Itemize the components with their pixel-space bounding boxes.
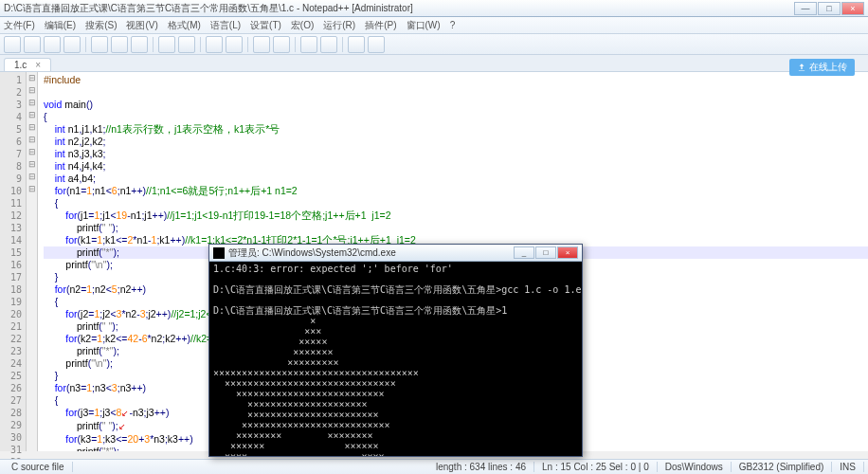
minimize-button[interactable]: — bbox=[794, 2, 817, 15]
code-line[interactable]: for(n2=1;n2<5;n2++) bbox=[44, 283, 146, 295]
tab-close-icon[interactable]: × bbox=[35, 60, 41, 70]
menubar: 文件(F)编辑(E)搜索(S)视图(V)格式(M)语言(L)设置(T)宏(O)运… bbox=[0, 17, 868, 34]
status-insert-mode: INS bbox=[832, 462, 864, 472]
menu-item[interactable]: 宏(O) bbox=[291, 19, 314, 32]
cmd-title: 管理员: C:\Windows\System32\cmd.exe bbox=[228, 246, 514, 260]
menu-item[interactable]: 视图(V) bbox=[126, 19, 157, 32]
replace-button[interactable] bbox=[226, 36, 243, 53]
window-title: D:\C语言直播回放正式课\C语言第三节C语言三个常用函数\五角星\1.c - … bbox=[4, 2, 794, 15]
status-position: Ln : 15 Col : 25 Sel : 0 | 0 bbox=[534, 462, 658, 472]
cmd-maximize-button[interactable]: □ bbox=[535, 246, 556, 259]
code-line[interactable]: printf(" "); bbox=[44, 320, 118, 332]
fold-gutter: ⊟⊟ ⊟⊟ ⊟⊟ ⊟⊟ ⊟⊟ bbox=[27, 72, 38, 451]
menu-item[interactable]: 设置(T) bbox=[250, 19, 281, 32]
code-line[interactable]: printf("*"); bbox=[44, 345, 119, 356]
code-line[interactable]: } bbox=[44, 271, 58, 283]
status-lang: C source file bbox=[4, 462, 73, 472]
menu-item[interactable]: 语言(L) bbox=[210, 19, 241, 32]
play-macro-button[interactable] bbox=[368, 36, 385, 53]
new-file-button[interactable] bbox=[4, 36, 21, 53]
paste-button[interactable] bbox=[131, 36, 148, 53]
status-encoding: GB2312 (Simplified) bbox=[732, 462, 832, 472]
upload-button[interactable]: 在线上传 bbox=[789, 59, 855, 76]
code-line[interactable]: for(n1=1;n1<6;n1++)//1;n1<=6就是5行;n1++后+1… bbox=[44, 185, 298, 196]
tab-1c[interactable]: 1.c × bbox=[4, 58, 51, 71]
code-line[interactable]: int n3,j3,k3; bbox=[44, 148, 105, 159]
code-line[interactable]: for(j3=1;j3<8↙-n3;j3++) bbox=[44, 407, 169, 418]
code-line[interactable]: printf("\n"); bbox=[44, 357, 113, 369]
close-button[interactable]: × bbox=[841, 2, 864, 15]
statusbar: C source file length : 634 lines : 46 Ln… bbox=[0, 459, 868, 474]
cmd-minimize-button[interactable]: _ bbox=[514, 246, 534, 259]
undo-button[interactable] bbox=[158, 36, 175, 53]
status-length: length : 634 lines : 46 bbox=[428, 462, 534, 472]
code-line[interactable]: #include bbox=[44, 74, 83, 85]
menu-item[interactable]: ? bbox=[450, 20, 456, 30]
titlebar: D:\C语言直播回放正式课\C语言第三节C语言三个常用函数\五角星\1.c - … bbox=[0, 0, 868, 17]
open-file-button[interactable] bbox=[24, 36, 41, 53]
code-line[interactable]: int n1,j1,k1;//n1表示行数，j1表示空格，k1表示*号 bbox=[44, 123, 280, 135]
code-line[interactable]: { bbox=[44, 197, 58, 209]
code-line[interactable]: printf("*"); bbox=[44, 446, 119, 451]
code-line[interactable]: int a4,b4; bbox=[44, 173, 96, 184]
maximize-button[interactable]: □ bbox=[818, 2, 841, 15]
zoom-in-button[interactable] bbox=[253, 36, 270, 53]
redo-button[interactable] bbox=[178, 36, 195, 53]
cmd-output[interactable]: 1.c:40:3: error: expected ';' before 'fo… bbox=[209, 262, 582, 456]
code-line[interactable]: void main() bbox=[44, 99, 93, 110]
cmd-window[interactable]: 管理员: C:\Windows\System32\cmd.exe _ □ × 1… bbox=[208, 244, 583, 457]
line-gutter: 1234567891011121314151617181920212223242… bbox=[0, 72, 27, 451]
save-button[interactable] bbox=[44, 36, 61, 53]
code-line[interactable]: for(k3=1;k3<=20+3*n3;k3++) bbox=[44, 433, 193, 445]
code-line[interactable]: { bbox=[44, 394, 58, 406]
code-line[interactable]: printf(" ");↙ bbox=[44, 420, 126, 431]
record-macro-button[interactable] bbox=[348, 36, 365, 53]
code-line[interactable]: for(n3=1;n3<3;n3++) bbox=[44, 382, 146, 393]
code-line[interactable]: int n2,j2,k2; bbox=[44, 136, 105, 147]
cmd-close-button[interactable]: × bbox=[557, 246, 578, 259]
code-line[interactable]: } bbox=[44, 370, 58, 381]
menu-item[interactable]: 插件(P) bbox=[365, 19, 396, 32]
zoom-out-button[interactable] bbox=[273, 36, 290, 53]
menu-item[interactable]: 编辑(E) bbox=[45, 19, 76, 32]
cut-button[interactable] bbox=[91, 36, 108, 53]
toolbar bbox=[0, 34, 868, 55]
cmd-titlebar[interactable]: 管理员: C:\Windows\System32\cmd.exe _ □ × bbox=[209, 245, 582, 262]
code-line[interactable]: printf("\n"); bbox=[44, 259, 113, 270]
show-all-button[interactable] bbox=[320, 36, 337, 53]
code-line[interactable]: { bbox=[44, 296, 58, 307]
menu-item[interactable]: 搜索(S) bbox=[85, 19, 117, 32]
tab-label: 1.c bbox=[14, 60, 27, 70]
menu-item[interactable]: 格式(M) bbox=[168, 19, 201, 32]
copy-button[interactable] bbox=[111, 36, 128, 53]
cmd-icon bbox=[213, 247, 225, 259]
status-eol: Dos\Windows bbox=[658, 462, 732, 472]
find-button[interactable] bbox=[206, 36, 223, 53]
save-all-button[interactable] bbox=[63, 36, 81, 53]
menu-item[interactable]: 文件(F) bbox=[4, 19, 35, 32]
menu-item[interactable]: 窗口(W) bbox=[407, 19, 441, 32]
upload-icon bbox=[797, 63, 806, 72]
upload-label: 在线上传 bbox=[809, 61, 847, 74]
menu-item[interactable]: 运行(R) bbox=[323, 19, 355, 32]
wrap-button[interactable] bbox=[300, 36, 317, 53]
code-line[interactable]: int n4,j4,k4; bbox=[44, 160, 105, 172]
code-line[interactable]: { bbox=[44, 111, 47, 122]
code-line[interactable]: printf(" "); bbox=[44, 222, 118, 233]
tabbar: 1.c × bbox=[0, 55, 868, 72]
code-line[interactable]: for(j1=1;j1<19-n1;j1++)//j1=1;j1<19-n1打印… bbox=[44, 210, 390, 221]
